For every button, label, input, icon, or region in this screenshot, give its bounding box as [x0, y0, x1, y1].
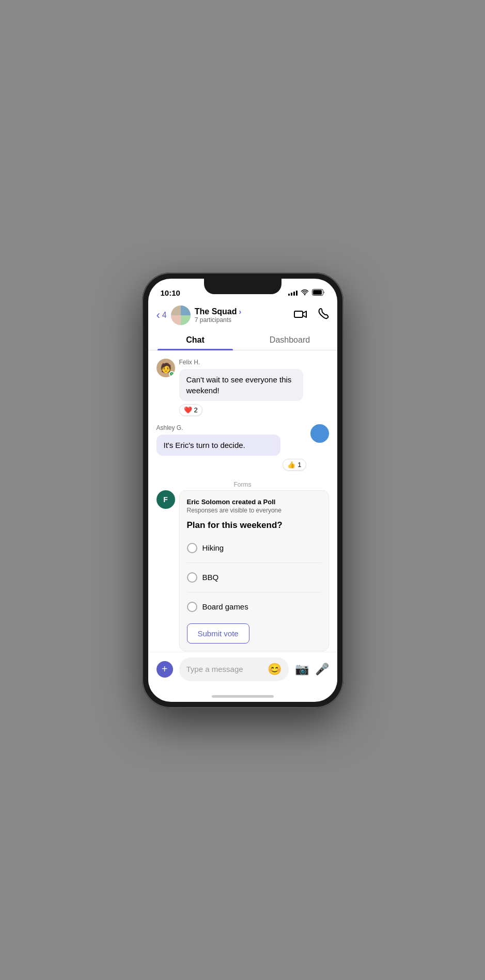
ashley-message-bubble: It's Eric's turn to decide. [157, 435, 280, 456]
submit-vote-button[interactable]: Submit vote [187, 623, 249, 644]
emoji-icon[interactable]: 😊 [268, 663, 281, 676]
heart-reaction-icon: ❤️ [184, 406, 192, 414]
tabs: Chat Dashboard [148, 330, 337, 350]
message-group-ashley: Ashley G. It's Eric's turn to decide. 👍 … [157, 424, 329, 471]
battery-icon [312, 289, 325, 297]
forms-message: F Eric Solomon created a Poll Responses … [157, 490, 329, 651]
svg-rect-2 [294, 311, 303, 317]
header-left: ‹ 4 The Squad › 7 partic [157, 306, 242, 325]
felix-reaction-badge[interactable]: ❤️ 2 [179, 404, 202, 416]
poll-question: Plan for this weekend? [187, 520, 321, 531]
forms-avatar: F [157, 490, 175, 509]
back-button[interactable]: ‹ 4 [157, 309, 167, 322]
phone-call-icon[interactable] [318, 308, 329, 323]
poll-option-hiking[interactable]: Hiking [187, 538, 321, 558]
microphone-icon[interactable]: 🎤 [315, 663, 329, 676]
ashley-avatar [310, 424, 329, 443]
header: ‹ 4 The Squad › 7 partic [148, 301, 337, 325]
wifi-icon [301, 289, 309, 297]
forms-label: Forms [157, 481, 329, 488]
felix-avatar: 🧑 [157, 359, 175, 377]
poll-divider-2 [187, 592, 321, 592]
bottom-bar: + Type a message 😊 📷 🎤 [148, 652, 337, 692]
video-call-icon[interactable] [294, 309, 307, 322]
poll-options: Hiking BBQ Board games [187, 538, 321, 617]
poll-option-bbq[interactable]: BBQ [187, 567, 321, 588]
status-time: 10:10 [161, 288, 180, 297]
poll-card: Eric Solomon created a Poll Responses ar… [179, 490, 329, 651]
group-chevron-icon: › [239, 308, 242, 316]
tab-dashboard[interactable]: Dashboard [243, 330, 337, 350]
heart-reaction-count: 2 [194, 406, 198, 414]
message-input-wrap[interactable]: Type a message 😊 [179, 657, 289, 681]
message-input-placeholder[interactable]: Type a message [186, 665, 263, 673]
signal-bars-icon [288, 291, 298, 296]
add-button[interactable]: + [157, 661, 173, 678]
forms-section: Forms F Eric Solomon created a Poll Resp… [157, 479, 329, 651]
message-group-felix: 🧑 Felix H. Can't wait to see everyone th… [157, 359, 329, 416]
ashley-sender-name: Ashley G. [157, 424, 306, 431]
home-bar [212, 695, 274, 698]
poll-meta: Eric Solomon created a Poll Responses ar… [187, 498, 321, 514]
header-right [294, 308, 329, 323]
thumbsup-reaction-icon: 👍 [287, 461, 295, 469]
radio-boardgames[interactable] [187, 602, 197, 612]
radio-bbq[interactable] [187, 572, 197, 583]
group-info: The Squad › 7 participants [195, 307, 241, 324]
felix-sender-name: Felix H. [179, 359, 329, 366]
camera-icon[interactable]: 📷 [295, 663, 309, 676]
poll-divider-1 [187, 563, 321, 563]
radio-hiking[interactable] [187, 543, 197, 553]
back-count: 4 [162, 311, 167, 320]
chat-area: 🧑 Felix H. Can't wait to see everyone th… [148, 350, 337, 652]
home-indicator [148, 692, 337, 702]
group-avatar[interactable] [171, 306, 191, 325]
poll-subtitle: Responses are visible to everyone [187, 507, 321, 514]
svg-rect-1 [313, 290, 322, 295]
felix-message-bubble: Can't wait to see everyone this weekend! [179, 369, 303, 401]
message-content-ashley: Ashley G. It's Eric's turn to decide. 👍 … [157, 424, 306, 471]
tab-chat[interactable]: Chat [148, 330, 243, 350]
poll-option-boardgames[interactable]: Board games [187, 597, 321, 617]
status-icons [288, 289, 325, 297]
poll-creator-text: Eric Solomon created a Poll [187, 498, 321, 506]
online-status-dot [169, 371, 175, 377]
back-chevron-icon: ‹ [157, 309, 160, 322]
group-name[interactable]: The Squad › [195, 307, 241, 316]
ashley-reaction-badge[interactable]: 👍 1 [283, 459, 306, 471]
message-content-felix: Felix H. Can't wait to see everyone this… [179, 359, 329, 416]
thumbsup-reaction-count: 1 [298, 461, 301, 469]
group-participants: 7 participants [195, 316, 241, 324]
